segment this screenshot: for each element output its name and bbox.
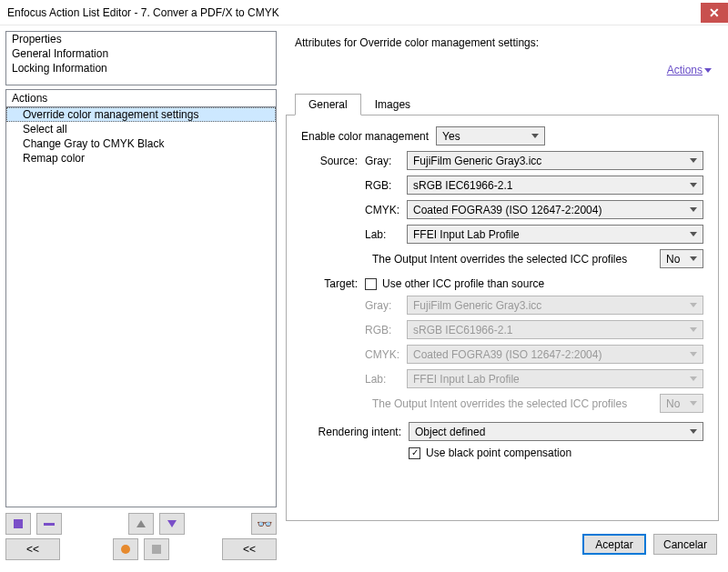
target-gray-select: FujiFilm Generic Gray3.icc bbox=[407, 296, 703, 315]
chevron-down-icon bbox=[690, 158, 697, 163]
properties-item[interactable]: Properties bbox=[6, 32, 276, 46]
right-pane: Attributes for Override color management… bbox=[282, 25, 728, 567]
source-override-note: The Output Intent overrides the selected… bbox=[372, 253, 654, 266]
record-button[interactable] bbox=[113, 538, 138, 560]
inspect-button[interactable]: 👓 bbox=[251, 513, 277, 535]
target-label: Target: bbox=[301, 277, 365, 290]
window-title: Enfocus Action List Editor - 7. Conver a… bbox=[7, 6, 701, 19]
move-up-button[interactable] bbox=[128, 513, 154, 535]
source-gray-select[interactable]: FujiFilm Generic Gray3.icc bbox=[407, 151, 703, 170]
chevron-down-icon bbox=[690, 183, 697, 187]
rendering-label: Rendering intent: bbox=[301, 426, 409, 438]
black-point-label: Use black point compensation bbox=[426, 447, 571, 459]
enable-select[interactable]: Yes bbox=[436, 126, 545, 146]
left-pane: Properties General Information Locking I… bbox=[0, 25, 282, 567]
chevron-down-icon bbox=[690, 429, 697, 434]
source-cmyk-select[interactable]: Coated FOGRA39 (ISO 12647-2:2004) bbox=[407, 200, 703, 219]
cmyk-label: CMYK: bbox=[365, 204, 407, 216]
action-item-selectall[interactable]: Select all bbox=[6, 122, 276, 136]
properties-item[interactable]: General Information bbox=[6, 46, 276, 61]
target-lab-select: FFEI Input Lab Profile bbox=[407, 369, 703, 388]
chevron-down-icon bbox=[690, 232, 697, 236]
properties-list[interactable]: Properties General Information Locking I… bbox=[5, 31, 277, 85]
enable-label: Enable color management bbox=[301, 130, 429, 143]
source-lab-select[interactable]: FFEI Input Lab Profile bbox=[407, 225, 703, 244]
source-override-select[interactable]: No bbox=[660, 249, 703, 268]
target-cmyk-label: CMYK: bbox=[365, 348, 407, 361]
chevron-down-icon bbox=[704, 68, 712, 73]
chevron-down-icon bbox=[690, 352, 697, 356]
record-icon bbox=[121, 545, 130, 554]
tab-bar: General Images bbox=[286, 93, 719, 115]
action-item-remap[interactable]: Remap color bbox=[6, 151, 276, 166]
lab-label: Lab: bbox=[365, 228, 407, 241]
target-cmyk-select: Coated FOGRA39 (ISO 12647-2:2004) bbox=[407, 345, 703, 364]
chevron-down-icon bbox=[690, 401, 697, 406]
chevron-down-icon bbox=[690, 207, 697, 212]
tab-body-general: Enable color management Yes Source: Gray… bbox=[286, 115, 719, 521]
source-label: Source: bbox=[301, 155, 365, 167]
target-gray-label: Gray: bbox=[365, 299, 407, 312]
rgb-label: RGB: bbox=[365, 179, 407, 192]
minus-icon bbox=[44, 523, 55, 526]
title-bar: Enfocus Action List Editor - 7. Conver a… bbox=[0, 0, 728, 25]
use-other-label: Use other ICC profile than source bbox=[382, 277, 544, 290]
stop-icon bbox=[152, 545, 161, 554]
actions-header: Actions bbox=[5, 89, 277, 107]
target-override-select: No bbox=[660, 394, 703, 413]
tab-images[interactable]: Images bbox=[361, 94, 424, 115]
attributes-header: Attributes for Override color management… bbox=[295, 36, 719, 49]
duplicate-button[interactable] bbox=[5, 513, 31, 535]
actions-list[interactable]: Override color management settings Selec… bbox=[5, 107, 277, 507]
arrow-down-icon bbox=[167, 520, 177, 527]
actions-menu-link[interactable]: Actions bbox=[667, 64, 712, 76]
action-item-override[interactable]: Override color management settings bbox=[6, 107, 276, 122]
close-button[interactable]: ✕ bbox=[701, 3, 728, 23]
move-down-button[interactable] bbox=[159, 513, 185, 535]
black-point-checkbox[interactable]: ✓ bbox=[409, 447, 420, 459]
properties-item[interactable]: Locking Information bbox=[6, 61, 276, 75]
target-rgb-label: RGB: bbox=[365, 324, 407, 336]
accept-button[interactable]: Aceptar bbox=[582, 534, 646, 555]
target-rgb-select: sRGB IEC61966-2.1 bbox=[407, 320, 703, 339]
stop-button[interactable] bbox=[144, 538, 169, 560]
cancel-button[interactable]: Cancelar bbox=[653, 534, 717, 555]
source-rgb-select[interactable]: sRGB IEC61966-2.1 bbox=[407, 176, 703, 195]
gray-label: Gray: bbox=[365, 155, 407, 167]
arrow-up-icon bbox=[136, 520, 146, 527]
target-override-note: The Output Intent overrides the selected… bbox=[372, 397, 654, 410]
nav-prev-button[interactable]: << bbox=[5, 538, 60, 560]
chevron-down-icon bbox=[690, 376, 697, 381]
duplicate-icon bbox=[14, 519, 23, 528]
chevron-down-icon bbox=[690, 327, 697, 332]
glasses-icon: 👓 bbox=[257, 517, 272, 531]
action-item-changegray[interactable]: Change Gray to CMYK Black bbox=[6, 136, 276, 151]
rendering-select[interactable]: Object defined bbox=[409, 422, 703, 441]
chevron-down-icon bbox=[690, 256, 697, 261]
nav-next-button[interactable]: << bbox=[222, 538, 277, 560]
use-other-checkbox[interactable] bbox=[365, 278, 377, 290]
remove-button[interactable] bbox=[36, 513, 62, 535]
target-lab-label: Lab: bbox=[365, 373, 407, 386]
tab-general[interactable]: General bbox=[295, 94, 361, 115]
chevron-down-icon bbox=[690, 303, 697, 307]
chevron-down-icon bbox=[531, 134, 539, 138]
